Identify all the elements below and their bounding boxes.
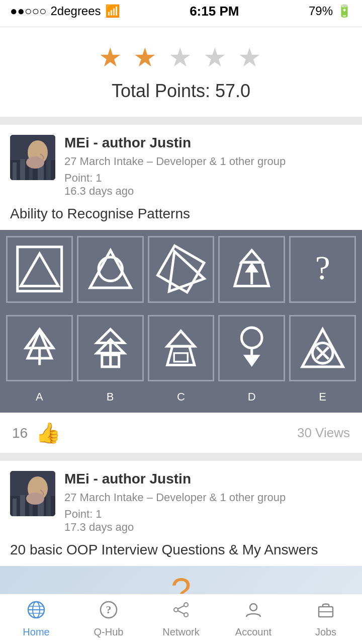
post-point-1: Point: 1 bbox=[64, 172, 134, 185]
total-points-label: Total Points: 57.0 bbox=[10, 80, 352, 102]
post-author-2: MEi - author Justin bbox=[64, 471, 352, 487]
puzzle-container: ? bbox=[0, 230, 362, 413]
post-title-2: 20 basic OOP Interview Questions & My An… bbox=[0, 542, 362, 566]
star-4: ★ bbox=[203, 43, 229, 72]
svg-marker-32 bbox=[243, 355, 260, 367]
label-d: D bbox=[218, 387, 285, 407]
nav-account[interactable]: Account bbox=[217, 594, 290, 644]
svg-point-53 bbox=[174, 608, 178, 612]
network-icon bbox=[172, 601, 190, 623]
puzzle-labels: A B C D E bbox=[0, 387, 362, 413]
puzzle-cell-b[interactable] bbox=[77, 315, 144, 382]
thumbs-up-icon[interactable]: 👍 bbox=[36, 421, 61, 445]
nav-jobs[interactable]: Jobs bbox=[290, 594, 362, 644]
puzzle-cell-4[interactable] bbox=[218, 236, 285, 303]
label-e: E bbox=[289, 387, 356, 407]
svg-rect-6 bbox=[46, 160, 51, 180]
carrier-name: 2degrees bbox=[50, 4, 101, 18]
post-time-1: 16.3 days ago bbox=[64, 185, 134, 198]
star-5: ★ bbox=[238, 43, 263, 72]
svg-point-58 bbox=[250, 604, 257, 611]
svg-point-45 bbox=[26, 493, 44, 505]
post-header-1: MEi - author Justin 27 March Intake – De… bbox=[0, 125, 362, 206]
svg-marker-33 bbox=[302, 330, 343, 367]
svg-text:?: ? bbox=[315, 249, 330, 287]
svg-point-8 bbox=[26, 156, 44, 169]
post-meta-2: MEi - author Justin 27 March Intake – De… bbox=[64, 471, 352, 534]
svg-rect-3 bbox=[20, 159, 25, 180]
points-section: ★ ★ ★ ★ ★ Total Points: 57.0 bbox=[0, 27, 362, 117]
like-count: 16 bbox=[12, 425, 28, 441]
qhub-icon: ? bbox=[100, 601, 118, 623]
post-footer-1: 16 👍 30 Views bbox=[0, 413, 362, 453]
svg-point-54 bbox=[184, 603, 188, 607]
puzzle-cell-c[interactable] bbox=[148, 315, 215, 382]
nav-network-label: Network bbox=[162, 626, 199, 638]
puzzle-cell-d[interactable] bbox=[218, 315, 285, 382]
signal-dots: ●●○○○ bbox=[10, 4, 46, 18]
status-bar: ●●○○○ 2degrees 📶 6:15 PM 79% 🔋 bbox=[0, 0, 362, 22]
post-point-2: Point: 1 bbox=[64, 508, 134, 521]
svg-line-56 bbox=[178, 606, 184, 609]
nav-home[interactable]: Home bbox=[0, 594, 72, 644]
svg-marker-18 bbox=[245, 263, 258, 273]
post-point-time-1: Point: 1 16.3 days ago bbox=[64, 172, 352, 198]
nav-qhub[interactable]: ? Q-Hub bbox=[72, 594, 145, 644]
status-time: 6:15 PM bbox=[190, 4, 239, 19]
puzzle-cell-e[interactable] bbox=[289, 315, 356, 382]
post-meta-1: MEi - author Justin 27 March Intake – De… bbox=[64, 135, 352, 198]
nav-network[interactable]: Network bbox=[145, 594, 217, 644]
svg-text:?: ? bbox=[106, 603, 112, 616]
puzzle-cell-3[interactable] bbox=[148, 236, 215, 303]
post-header-2: MEi - author Justin 27 March Intake – De… bbox=[0, 461, 362, 542]
status-right: 79% 🔋 bbox=[309, 4, 352, 18]
star-2: ★ bbox=[133, 43, 159, 72]
battery-percent: 79% bbox=[309, 4, 333, 18]
wifi-icon: 📶 bbox=[105, 4, 120, 18]
post-title-1: Ability to Recognise Patterns bbox=[0, 206, 362, 230]
svg-marker-16 bbox=[242, 251, 262, 263]
star-rating: ★ ★ ★ ★ ★ bbox=[10, 42, 352, 72]
views-count: 30 Views bbox=[297, 425, 350, 441]
puzzle-bottom-row bbox=[0, 309, 362, 388]
post-time-2: 17.3 days ago bbox=[64, 521, 134, 534]
svg-rect-43 bbox=[46, 496, 51, 516]
svg-marker-10 bbox=[21, 254, 58, 286]
nav-qhub-label: Q-Hub bbox=[94, 626, 124, 638]
section-divider-2 bbox=[0, 453, 362, 461]
label-a: A bbox=[6, 387, 73, 407]
jobs-icon bbox=[317, 601, 335, 623]
svg-line-57 bbox=[178, 611, 184, 614]
puzzle-cell-a[interactable] bbox=[6, 315, 73, 382]
like-section: 16 👍 bbox=[12, 421, 61, 445]
nav-jobs-label: Jobs bbox=[315, 626, 336, 638]
nav-account-label: Account bbox=[235, 626, 272, 638]
avatar-1 bbox=[10, 135, 55, 180]
battery-icon: 🔋 bbox=[337, 4, 352, 18]
nav-home-label: Home bbox=[23, 626, 49, 638]
star-1: ★ bbox=[99, 43, 124, 72]
post-card-2: MEi - author Justin 27 March Intake – De… bbox=[0, 461, 362, 616]
account-icon bbox=[244, 601, 262, 623]
svg-point-55 bbox=[184, 613, 188, 617]
puzzle-cell-2[interactable] bbox=[77, 236, 144, 303]
puzzle-cell-5[interactable]: ? bbox=[289, 236, 356, 303]
bottom-nav: Home ? Q-Hub Network bbox=[0, 594, 362, 644]
post-card-1: MEi - author Justin 27 March Intake – De… bbox=[0, 125, 362, 453]
svg-rect-29 bbox=[174, 353, 188, 362]
svg-point-12 bbox=[99, 258, 122, 281]
svg-marker-28 bbox=[167, 331, 195, 346]
svg-rect-40 bbox=[20, 495, 25, 516]
post-author-1: MEi - author Justin bbox=[64, 135, 352, 151]
avatar-2 bbox=[10, 471, 55, 516]
svg-point-30 bbox=[242, 328, 262, 348]
puzzle-cell-1[interactable] bbox=[6, 236, 73, 303]
star-3: ★ bbox=[168, 43, 194, 72]
section-divider-1 bbox=[0, 117, 362, 125]
home-icon bbox=[27, 601, 45, 623]
svg-marker-14 bbox=[157, 246, 204, 292]
svg-rect-13 bbox=[158, 246, 204, 292]
post-point-time-2: Point: 1 17.3 days ago bbox=[64, 508, 352, 534]
svg-rect-2 bbox=[13, 163, 17, 180]
post-group-2: 27 March Intake – Developer & 1 other gr… bbox=[64, 490, 352, 506]
